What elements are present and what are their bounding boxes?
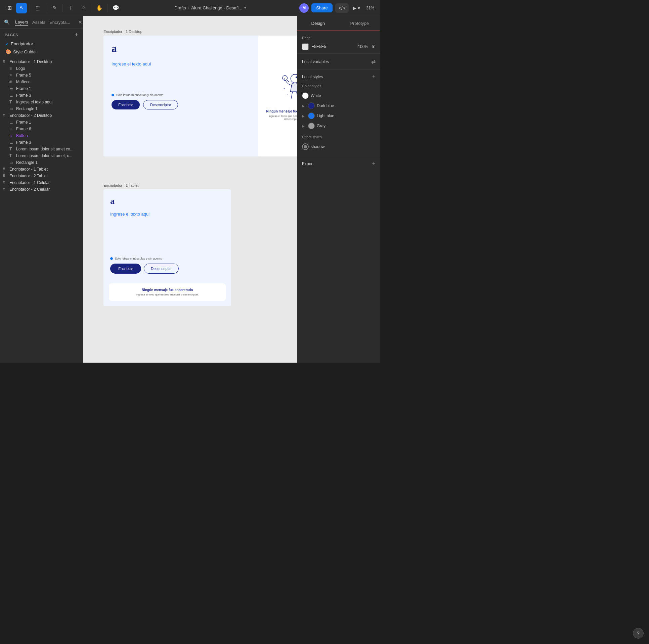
frame-icon: # [3,180,7,185]
canvas-area[interactable]: Encriptador - 1 Desktop a Ingrese el tex… [83,16,297,363]
frame-icon[interactable]: ⬚ [33,3,43,13]
pages-header: Pages + [0,29,83,40]
layer-name: Encriptador - 2 Tablet [9,174,48,178]
tablet-decrypt-button[interactable]: Desencriptar [144,264,179,274]
share-button[interactable]: Share [311,3,333,12]
page-item-styleguide[interactable]: 🎨 Style Guide [3,48,80,56]
text-icon: T [9,153,14,158]
layer-name: Muñeco [16,80,31,84]
tablet-encrypt-button[interactable]: Encriptar [110,264,141,274]
add-local-style-button[interactable]: + [372,74,376,80]
chevron-down-icon[interactable]: ▾ [244,6,246,10]
select-icon[interactable]: ↖ [16,3,27,13]
tablet-frame: a Ingrese el texto aqui Solo letras minú… [103,189,231,306]
layer-frame5[interactable]: ≡ Frame 5 [0,72,83,79]
shadow-style-name: shadow [311,144,324,149]
rect-icon: ▭ [9,160,14,165]
add-page-icon[interactable]: + [75,32,78,38]
color-style-dark-blue[interactable]: ▶ Dark blue [302,101,376,111]
component-icon[interactable]: ⁘ [78,3,88,13]
layer-name: Encriptador - 2 Celular [9,187,50,192]
layer-encriptador-1-celular[interactable]: # Encriptador - 1 Celular [0,179,83,186]
layer-ingrese-text[interactable]: T Ingrese el texto aqui [0,99,83,105]
tablet-inner: a Ingrese el texto aqui Solo letras minú… [103,189,231,283]
layer-frame1-d2[interactable]: ⚌ Frame 1 [0,119,83,126]
grid-icon[interactable]: ⊞ [4,3,15,13]
rect-icon: ▭ [9,106,14,111]
color-style-gray[interactable]: ▶ Gray [302,121,376,131]
layer-muneco[interactable]: # Muñeco [0,79,83,85]
color-style-light-blue[interactable]: ▶ Light blue [302,111,376,121]
layer-frame3-d1[interactable]: ⚌ Frame 3 [0,92,83,99]
layer-name: Frame 3 [16,93,31,98]
layer-encriptador-1-desktop[interactable]: # Encriptador - 1 Desktop [0,58,83,65]
comment-icon[interactable]: 💬 [111,3,121,13]
tab-design[interactable]: Design [297,16,339,31]
avatar[interactable]: M [299,3,309,13]
layer-encriptador-1-tablet[interactable]: # Encriptador - 1 Tablet [0,166,83,173]
tablet-no-message-title: Ningún mensaje fue encontrado [114,288,221,292]
layer-rect1-d1[interactable]: ▭ Rectangle 1 [0,105,83,112]
desktop-no-message-title: Ningún mensaje fue encontrado [266,109,297,113]
layers-section: # Encriptador - 1 Desktop ≡ Logo ≡ Frame… [0,58,83,363]
layer-lorem1[interactable]: T Lorem ipsum dolor sit amet co... [0,146,83,152]
expand-icon[interactable]: ▶ [302,114,305,118]
check-icon: ✓ [5,42,9,46]
encrypt-button[interactable]: Encriptar [112,100,140,109]
layer-frame6[interactable]: ≡ Frame 6 [0,126,83,132]
dark-blue-color-swatch [308,102,315,109]
page-item-encriptador[interactable]: ✓ Encriptador [3,40,80,48]
page-color-swatch[interactable] [302,43,309,50]
variables-icon[interactable]: ⇄ [371,58,376,65]
layer-encriptador-2-desktop[interactable]: # Encriptador - 2 Desktop [0,112,83,119]
shadow-effect-swatch [302,143,309,150]
tab-prototype[interactable]: Prototype [339,16,381,31]
layer-logo[interactable]: ≡ Logo [0,65,83,72]
left-sidebar: 🔍 Layers Assets Encrypta... ✕ Pages + ✓ … [0,16,83,363]
code-button[interactable]: </> [335,3,349,13]
play-button[interactable]: ▶ ▾ [351,4,361,12]
layer-frame1-d1[interactable]: ⚌ Frame 1 [0,85,83,92]
tab-assets[interactable]: Assets [32,19,45,26]
layer-name: Lorem ipsum dolor sit amet co... [16,147,74,151]
zoom-button[interactable]: 31% [364,4,376,12]
page-color-hex[interactable]: E5E5E5 [311,44,355,49]
hand-icon[interactable]: ✋ [94,3,105,13]
tablet-result-panel: Ningún mensaje fue encontrado Ingresa el… [109,283,226,301]
layer-frame3-d2[interactable]: ⚌ Frame 3 [0,139,83,146]
layer-encriptador-2-celular[interactable]: # Encriptador - 2 Celular [0,186,83,193]
layer-name: Frame 6 [16,127,31,131]
gray-color-swatch [308,123,315,129]
right-sidebar: Design Prototype Page E5E5E5 100% 👁 Loca… [297,16,380,363]
layer-button-component[interactable]: ◇ Button [0,132,83,139]
pen-icon[interactable]: ✎ [49,3,60,13]
layer-rect1-d2[interactable]: ▭ Rectangle 1 [0,159,83,166]
layer-encriptador-2-tablet[interactable]: # Encriptador - 2 Tablet [0,173,83,179]
breadcrumb-project[interactable]: Alura Challenge - Desafi... [191,5,242,10]
color-styles-title: Color styles [302,84,376,88]
desktop-no-message-sub: Ingresa el texto que desees encriptar o … [264,114,297,121]
layer-name: Frame 1 [16,120,31,125]
local-styles-section: Local styles + Color styles White ▶ Dark… [297,70,380,156]
tab-layers[interactable]: Layers [15,19,28,26]
page-color-opacity[interactable]: 100% [358,44,368,49]
svg-point-1 [295,76,297,78]
close-icon[interactable]: ✕ [78,19,82,25]
expand-icon[interactable]: ▶ [302,104,305,108]
breadcrumb-drafts[interactable]: Drafts [174,5,186,10]
decrypt-button[interactable]: Desencriptar [143,100,178,109]
color-style-white[interactable]: White [302,91,376,101]
layer-name: Lorem ipsum dolor sit amet, c... [16,153,72,158]
text-icon[interactable]: T [66,3,76,13]
desktop-left-panel: a Ingrese el texto aqui Solo letras minú… [103,36,258,156]
search-icon[interactable]: 🔍 [4,19,10,25]
svg-point-4 [284,88,285,89]
effect-style-shadow[interactable]: shadow [302,142,376,152]
add-export-button[interactable]: + [372,161,376,167]
tool-divider-3 [62,4,63,12]
layer-lorem2[interactable]: T Lorem ipsum dolor sit amet, c... [0,152,83,159]
tab-encrypta[interactable]: Encrypta... [49,19,70,26]
breadcrumb: Drafts / Alura Challenge - Desafi... ▾ [124,5,297,10]
expand-icon[interactable]: ▶ [302,124,305,128]
eye-icon[interactable]: 👁 [371,44,376,49]
